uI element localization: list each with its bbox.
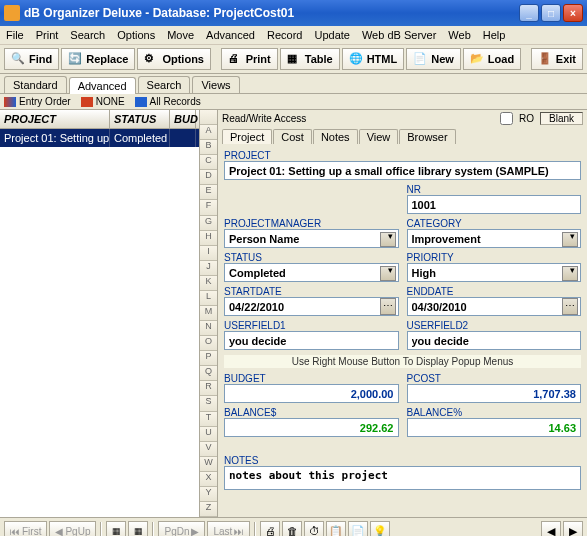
menu-search[interactable]: Search [70,29,105,41]
pcost-input[interactable] [407,384,582,403]
alpha-R[interactable]: R [200,381,217,396]
alpha-G[interactable]: G [200,216,217,231]
alpha-Y[interactable]: Y [200,487,217,502]
form-tab-view[interactable]: View [359,129,399,144]
alpha-D[interactable]: D [200,170,217,185]
priority-select[interactable] [407,263,582,282]
status-select[interactable] [224,263,399,282]
alpha-Q[interactable]: Q [200,366,217,381]
alpha-P[interactable]: P [200,351,217,366]
startdate-input[interactable] [224,297,399,316]
nav-first[interactable]: ⏮First [4,521,47,536]
alpha-E[interactable]: E [200,185,217,200]
nav-grid-2[interactable]: ▦ [128,521,148,536]
tab-advanced[interactable]: Advanced [69,77,136,94]
entry-order-button[interactable]: Entry Order [4,96,71,107]
project-input[interactable] [224,161,581,180]
html-button[interactable]: 🌐HTML [342,48,405,70]
alpha-L[interactable]: L [200,291,217,306]
load-button[interactable]: 📂Load [463,48,521,70]
bulb-button[interactable]: 💡 [370,521,390,536]
nav-pgdn[interactable]: PgDn▶ [158,521,205,536]
nav-bar: ⏮First ◀PgUp ▦ ▦ PgDn▶ Last⏭ 🖨 🗑 ⏱ 📋 📄 💡… [0,517,587,536]
menu-print[interactable]: Print [36,29,59,41]
minimize-button[interactable]: _ [519,4,539,22]
menu-update[interactable]: Update [314,29,349,41]
maximize-button[interactable]: □ [541,4,561,22]
tab-standard[interactable]: Standard [4,76,67,93]
grid-row[interactable]: Project 01: Setting up a Completed [0,129,199,147]
alpha-X[interactable]: X [200,472,217,487]
scroll-left-button[interactable]: ◀ [541,521,561,536]
menu-move[interactable]: Move [167,29,194,41]
alpha-Z[interactable]: Z [200,502,217,517]
ro-checkbox[interactable] [500,112,513,125]
all-records-button[interactable]: All Records [135,96,201,107]
replace-button[interactable]: 🔄Replace [61,48,135,70]
header-status[interactable]: STATUS [110,110,170,128]
tab-search[interactable]: Search [138,76,191,93]
alpha-K[interactable]: K [200,276,217,291]
grid-body[interactable]: Project 01: Setting up a Completed [0,129,199,517]
alpha-W[interactable]: W [200,457,217,472]
nav-pgup[interactable]: ◀PgUp [49,521,96,536]
menu-webdbserver[interactable]: Web dB Server [362,29,436,41]
pm-select[interactable] [224,229,399,248]
nr-input[interactable] [407,195,582,214]
tab-views[interactable]: Views [192,76,239,93]
balance-d-input[interactable] [224,418,399,437]
alpha-N[interactable]: N [200,321,217,336]
alpha-M[interactable]: M [200,306,217,321]
close-button[interactable]: × [563,4,583,22]
uf1-input[interactable] [224,331,399,350]
none-button[interactable]: NONE [81,96,125,107]
table-button[interactable]: ▦Table [280,48,340,70]
action2-button[interactable]: 📋 [326,521,346,536]
scroll-right-button[interactable]: ▶ [563,521,583,536]
menu-help[interactable]: Help [483,29,506,41]
form-tab-project[interactable]: Project [222,129,272,144]
app-icon [4,5,20,21]
alpha-index: ABCDEFGHIJKLMNOPQRSTUVWXYZ [200,110,218,517]
uf2-input[interactable] [407,331,582,350]
alpha-S[interactable]: S [200,396,217,411]
delete-icon-button[interactable]: 🗑 [282,521,302,536]
print-button[interactable]: 🖨Print [221,48,278,70]
alpha-B[interactable]: B [200,140,217,155]
print-icon-button[interactable]: 🖨 [260,521,280,536]
alpha-O[interactable]: O [200,336,217,351]
category-select[interactable] [407,229,582,248]
alpha-A[interactable]: A [200,125,217,140]
find-button[interactable]: 🔍Find [4,48,59,70]
menu-record[interactable]: Record [267,29,302,41]
alpha-T[interactable]: T [200,412,217,427]
notes-textarea[interactable] [224,466,581,490]
alpha-J[interactable]: J [200,261,217,276]
form-tab-notes[interactable]: Notes [313,129,358,144]
budget-input[interactable] [224,384,399,403]
alpha-all[interactable] [200,110,217,125]
header-project[interactable]: PROJECT [0,110,110,128]
alpha-C[interactable]: C [200,155,217,170]
action1-button[interactable]: ⏱ [304,521,324,536]
alpha-V[interactable]: V [200,442,217,457]
alpha-I[interactable]: I [200,246,217,261]
alpha-H[interactable]: H [200,231,217,246]
nav-grid-1[interactable]: ▦ [106,521,126,536]
new-button[interactable]: 📄New [406,48,461,70]
alpha-U[interactable]: U [200,427,217,442]
nav-last[interactable]: Last⏭ [207,521,250,536]
balance-p-input[interactable] [407,418,582,437]
menu-file[interactable]: File [6,29,24,41]
form-tab-cost[interactable]: Cost [273,129,312,144]
alpha-F[interactable]: F [200,200,217,215]
options-button[interactable]: ⚙Options [137,48,211,70]
action3-button[interactable]: 📄 [348,521,368,536]
form-tab-browser[interactable]: Browser [399,129,455,144]
menu-options[interactable]: Options [117,29,155,41]
header-budget[interactable]: BUD [170,110,196,128]
menu-advanced[interactable]: Advanced [206,29,255,41]
exit-button[interactable]: 🚪Exit [531,48,583,70]
menu-web[interactable]: Web [448,29,470,41]
enddate-input[interactable] [407,297,582,316]
